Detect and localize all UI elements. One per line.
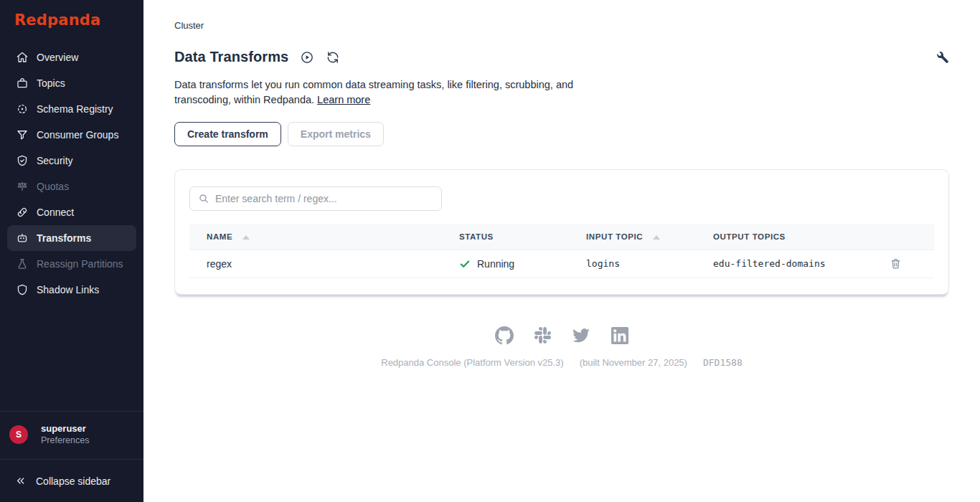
redpanda-logo[interactable]: Redpanda bbox=[0, 0, 143, 44]
table-row[interactable]: regex Running logins edu-filtered-domain… bbox=[189, 250, 934, 278]
sidebar-nav: Overview Topics Schema Registry Consumer… bbox=[0, 44, 143, 303]
sidebar-item-overview[interactable]: Overview bbox=[7, 44, 136, 70]
sidebar-item-reassign-partitions: Reassign Partitions bbox=[7, 251, 136, 277]
home-icon bbox=[16, 51, 29, 64]
linkedin-icon[interactable] bbox=[611, 327, 628, 344]
sidebar-item-label: Reassign Partitions bbox=[37, 258, 123, 270]
header-name-label: NAME bbox=[207, 232, 232, 241]
topics-icon bbox=[16, 77, 29, 90]
refresh-icon bbox=[326, 50, 340, 65]
sidebar-spacer bbox=[0, 303, 143, 411]
sidebar-item-label: Topics bbox=[37, 77, 65, 89]
sidebar-item-label: Security bbox=[37, 155, 73, 166]
page-description: Data transforms let you run common data … bbox=[174, 77, 599, 108]
header-name[interactable]: NAME bbox=[189, 224, 442, 250]
table-header-row: NAME STATUS INPUT TOPIC OUTPUT TOPICS bbox=[189, 224, 934, 250]
header-output-topics[interactable]: OUTPUT TOPICS bbox=[696, 224, 872, 250]
sidebar-item-label: Quotas bbox=[37, 181, 69, 192]
console-version: Redpanda Console (Platform Version v25.3… bbox=[381, 357, 563, 368]
search-icon bbox=[199, 194, 209, 204]
header-actions bbox=[872, 224, 934, 250]
check-icon bbox=[459, 258, 471, 270]
transforms-card: NAME STATUS INPUT TOPIC OUTPUT TOPICS re… bbox=[174, 169, 949, 295]
chevrons-left-icon bbox=[14, 475, 27, 487]
schema-registry-icon bbox=[16, 103, 29, 115]
breadcrumb[interactable]: Cluster bbox=[174, 20, 949, 31]
settings-wrench-button[interactable] bbox=[936, 50, 949, 64]
build-date: (built November 27, 2025) bbox=[580, 357, 687, 368]
collapse-sidebar-button[interactable]: Collapse sidebar bbox=[0, 459, 143, 502]
header-input-topic-label: INPUT TOPIC bbox=[586, 232, 643, 241]
delete-transform-button[interactable] bbox=[890, 257, 902, 270]
footer: Redpanda Console (Platform Version v25.3… bbox=[174, 326, 949, 368]
play-circle-icon bbox=[300, 50, 314, 65]
sort-asc-icon bbox=[653, 235, 660, 240]
search-box[interactable] bbox=[189, 186, 442, 211]
sidebar-item-label: Connect bbox=[37, 207, 74, 218]
redpanda-logo-text: Redpanda bbox=[14, 11, 100, 29]
sidebar-item-transforms[interactable]: Transforms bbox=[7, 225, 136, 251]
sidebar-item-shadow-links[interactable]: Shadow Links bbox=[7, 277, 136, 303]
start-transform-button[interactable] bbox=[300, 50, 314, 65]
header-status-label: STATUS bbox=[459, 232, 494, 241]
sidebar-item-label: Shadow Links bbox=[37, 284, 99, 295]
robot-icon bbox=[16, 232, 29, 245]
action-buttons: Create transform Export metrics bbox=[174, 122, 949, 146]
cell-name[interactable]: regex bbox=[189, 250, 442, 278]
github-icon[interactable] bbox=[495, 326, 514, 345]
link-icon bbox=[16, 206, 29, 219]
sidebar-item-label: Transforms bbox=[37, 232, 91, 244]
refresh-button[interactable] bbox=[326, 50, 340, 65]
cell-output-topics[interactable]: edu-filtered-domains bbox=[696, 250, 872, 278]
sidebar-item-label: Overview bbox=[37, 52, 78, 63]
main-content: Cluster Data Transforms Data transforms … bbox=[143, 0, 980, 502]
sidebar-item-connect[interactable]: Connect bbox=[7, 199, 136, 225]
twitter-icon[interactable] bbox=[572, 326, 590, 345]
cell-actions bbox=[872, 250, 934, 278]
sort-asc-icon bbox=[242, 235, 250, 240]
export-metrics-button: Export metrics bbox=[288, 122, 384, 146]
sidebar-item-security[interactable]: Security bbox=[7, 148, 136, 174]
sidebar-item-label: Consumer Groups bbox=[37, 129, 118, 141]
status-badge: Running bbox=[477, 258, 514, 270]
build-hash: DFD1588 bbox=[703, 357, 743, 368]
flask-icon bbox=[16, 257, 29, 270]
trash-icon bbox=[890, 257, 902, 270]
avatar: S bbox=[9, 425, 28, 444]
footer-social-icons bbox=[495, 326, 628, 345]
collapse-sidebar-label: Collapse sidebar bbox=[36, 475, 110, 487]
header-status[interactable]: STATUS bbox=[442, 224, 569, 250]
description-text: Data transforms let you run common data … bbox=[174, 79, 573, 105]
create-transform-button[interactable]: Create transform bbox=[174, 122, 281, 146]
sidebar-item-schema-registry[interactable]: Schema Registry bbox=[7, 96, 136, 122]
transforms-table: NAME STATUS INPUT TOPIC OUTPUT TOPICS re… bbox=[189, 224, 934, 278]
preferences-link[interactable]: Preferences bbox=[41, 435, 89, 447]
learn-more-link[interactable]: Learn more bbox=[317, 94, 370, 105]
cell-input-topic[interactable]: logins bbox=[569, 250, 696, 278]
sidebar-item-topics[interactable]: Topics bbox=[7, 70, 136, 96]
sidebar: Redpanda Overview Topics Schema Registry… bbox=[0, 0, 143, 502]
title-row: Data Transforms bbox=[174, 49, 949, 65]
funnel-icon bbox=[16, 128, 29, 141]
sidebar-item-quotas: Quotas bbox=[7, 174, 136, 199]
sidebar-item-label: Schema Registry bbox=[37, 103, 113, 115]
user-section[interactable]: S superuser Preferences bbox=[0, 411, 143, 459]
header-output-topics-label: OUTPUT TOPICS bbox=[713, 232, 786, 241]
shield-icon bbox=[16, 283, 29, 296]
page-title: Data Transforms bbox=[174, 49, 288, 65]
footer-text: Redpanda Console (Platform Version v25.3… bbox=[381, 357, 742, 368]
search-input[interactable] bbox=[215, 193, 433, 204]
sidebar-item-consumer-groups[interactable]: Consumer Groups bbox=[7, 122, 136, 148]
wrench-icon bbox=[936, 50, 949, 64]
user-name: superuser bbox=[41, 422, 89, 435]
header-input-topic[interactable]: INPUT TOPIC bbox=[569, 224, 696, 250]
slack-icon[interactable] bbox=[534, 327, 551, 344]
shield-check-icon bbox=[16, 154, 29, 167]
scales-icon bbox=[16, 180, 29, 193]
cell-status: Running bbox=[442, 250, 569, 278]
